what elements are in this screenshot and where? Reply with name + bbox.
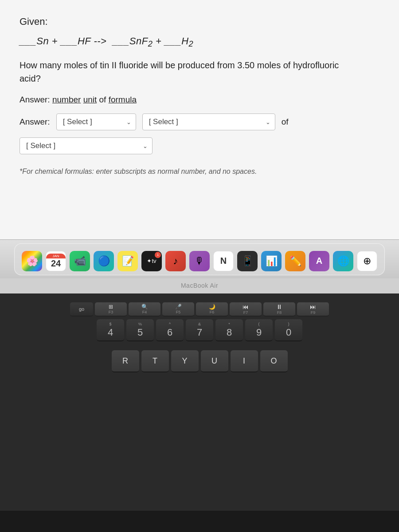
- f5-label: F5: [176, 310, 181, 314]
- f6-label: F6: [210, 310, 215, 314]
- dock-item-podcast[interactable]: 🎙: [189, 251, 210, 271]
- select-unit-dropdown[interactable]: [ Select ] ⌄: [142, 113, 275, 130]
- key-f7[interactable]: ⏮ F7: [230, 302, 262, 317]
- calendar-day: 24: [51, 258, 61, 269]
- dock-item-calendar[interactable]: JAN 24: [46, 251, 66, 271]
- t-label: T: [153, 356, 157, 366]
- key-amp-7[interactable]: & 7: [186, 319, 213, 341]
- f4-icon: 🔍: [141, 304, 148, 310]
- key-star-8[interactable]: * 8: [215, 319, 243, 341]
- key-f5[interactable]: 🎤 F5: [162, 302, 194, 317]
- o-label: O: [270, 356, 277, 366]
- f9-label: F9: [311, 310, 316, 315]
- answer-format-unit: unit: [83, 95, 97, 104]
- select-formula-dropdown[interactable]: [ Select ] ⌄: [20, 137, 153, 154]
- key-caret-6[interactable]: ^ 6: [156, 319, 184, 341]
- answer-format-formula: formula: [109, 95, 137, 104]
- select-number-value: [ Select ]: [63, 117, 123, 126]
- notes-icon: 📝: [122, 255, 134, 267]
- i-label: I: [243, 356, 245, 366]
- dock-item-safari[interactable]: 🌐: [333, 251, 353, 271]
- key-0-main: 0: [286, 327, 291, 338]
- key-6-main: 6: [167, 327, 172, 338]
- key-t[interactable]: T: [141, 350, 169, 372]
- f7-label: F7: [243, 310, 248, 315]
- key-7-main: 7: [197, 327, 202, 338]
- f3-icon: ⊞: [109, 304, 113, 310]
- key-u[interactable]: U: [201, 350, 228, 372]
- key-lparen-9[interactable]: ( 9: [245, 319, 273, 341]
- dock-item-music[interactable]: ♪: [165, 251, 186, 271]
- dock-item-chart[interactable]: 📊: [261, 251, 282, 271]
- notification-badge: 1: [155, 252, 161, 258]
- dock-item-iphone[interactable]: 📱: [237, 251, 258, 271]
- key-go[interactable]: go: [70, 302, 93, 317]
- finder-icon: 🔵: [98, 255, 110, 267]
- f4-label: F4: [142, 310, 147, 314]
- f8-icon: ⏸: [276, 303, 282, 310]
- f9-icon: ⏭: [310, 303, 316, 310]
- key-f3[interactable]: ⊞ F3: [95, 302, 127, 317]
- chrome-icon: ⊕: [363, 255, 371, 267]
- question-text: How many moles of tin II fluoride will b…: [20, 59, 352, 85]
- key-f4[interactable]: 🔍 F4: [129, 302, 160, 317]
- key-4-main: 4: [108, 327, 113, 338]
- key-0-top: ): [288, 322, 289, 326]
- y-label: Y: [182, 356, 187, 366]
- dock-item-photos[interactable]: 🌸: [22, 251, 42, 271]
- select-formula-value: [ Select ]: [26, 141, 139, 150]
- macbook-label: MacBook Air: [0, 278, 399, 293]
- key-6-top: ^: [169, 322, 171, 326]
- dock-item-finder[interactable]: 🔵: [94, 251, 114, 271]
- answer-row-1: Answer: [ Select ] ⌄ [ Select ] ⌄ of: [20, 113, 379, 130]
- key-4-top: $: [109, 322, 111, 326]
- dock-item-facetime[interactable]: 📹: [70, 251, 90, 271]
- f5-icon: 🎤: [175, 304, 182, 310]
- dock-item-launchpad[interactable]: A: [309, 251, 329, 271]
- f3-label: F3: [109, 310, 113, 314]
- dock: 🌸 JAN 24 📹 🔵 📝 ✦tv 1 ♪ 🎙: [14, 243, 385, 275]
- u-label: U: [211, 356, 217, 366]
- dock-item-chrome[interactable]: ⊕: [357, 251, 377, 271]
- key-5-main: 5: [137, 327, 143, 338]
- key-percent-5[interactable]: % 5: [126, 319, 154, 341]
- notion-icon: N: [220, 256, 227, 266]
- key-o[interactable]: O: [260, 350, 288, 372]
- dock-item-notion[interactable]: N: [213, 251, 234, 271]
- appletv-icon: ✦tv: [147, 258, 156, 264]
- globe-icon: 🌐: [337, 255, 349, 267]
- letter-row-top: R T Y U I O: [9, 350, 390, 372]
- dock-area: 🌸 JAN 24 📹 🔵 📝 ✦tv 1 ♪ 🎙: [0, 239, 399, 278]
- r-label: R: [122, 356, 128, 366]
- answer-format-number: number: [52, 95, 81, 104]
- keyboard-area: go ⊞ F3 🔍 F4 🎤 F5 🌙 F6: [0, 293, 399, 511]
- key-f9[interactable]: ⏭ F9: [297, 302, 329, 317]
- key-y[interactable]: Y: [171, 350, 199, 372]
- f8-label: F8: [277, 310, 282, 315]
- chevron-down-icon: ⌄: [126, 119, 131, 125]
- music-icon: ♪: [173, 255, 178, 267]
- select-unit-value: [ Select ]: [149, 117, 262, 126]
- key-rparen-0[interactable]: ) 0: [275, 319, 302, 341]
- go-label: go: [79, 306, 84, 312]
- podcast-icon: 🎙: [195, 255, 204, 267]
- key-dollar-4[interactable]: $ 4: [97, 319, 124, 341]
- f7-icon: ⏮: [243, 303, 249, 310]
- dock-item-notes[interactable]: 📝: [117, 251, 138, 271]
- select-number-dropdown[interactable]: [ Select ] ⌄: [56, 113, 136, 130]
- key-9-main: 9: [256, 327, 262, 338]
- function-key-row: go ⊞ F3 🔍 F4 🎤 F5 🌙 F6: [9, 293, 390, 317]
- chart-icon: 📊: [266, 255, 278, 267]
- dock-item-pencil[interactable]: ✏️: [285, 251, 305, 271]
- key-f6[interactable]: 🌙 F6: [196, 302, 228, 317]
- key-7-top: &: [198, 322, 201, 326]
- content-area: Given: ___Sn + ___HF --> ___SnF2 + ___H2…: [0, 0, 399, 239]
- key-i[interactable]: I: [231, 350, 258, 372]
- answer-label: Answer:: [20, 117, 50, 127]
- footnote-text: *For chemical formulas: enter subscripts…: [20, 168, 379, 176]
- answer-row-2: [ Select ] ⌄: [20, 137, 379, 154]
- key-f8[interactable]: ⏸ F8: [263, 302, 295, 317]
- dock-item-appletv[interactable]: ✦tv 1: [141, 251, 162, 271]
- number-row: $ 4 % 5 ^ 6 & 7 * 8 ( 9 ) 0: [9, 319, 390, 341]
- key-r[interactable]: R: [112, 350, 139, 372]
